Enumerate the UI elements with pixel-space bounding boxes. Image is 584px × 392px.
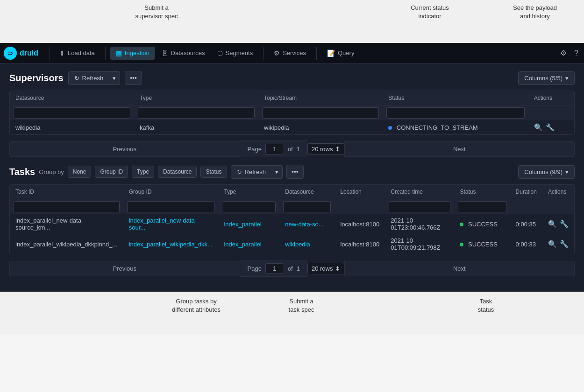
filter-group-id-input[interactable] [127,201,215,212]
top-annotations: Submit asupervisor spec Current statusin… [0,0,584,43]
nav-item-label: Segments [226,49,253,56]
task-wrench-icon-0[interactable]: 🔧 [560,220,569,228]
task-row-1: index_parallel_wikipedia_dkkpinnd_... in… [10,234,574,254]
tasks-section: Tasks Group by None Group ID Type Dataso… [9,165,575,277]
task-group-id-link-1[interactable]: index_parallel_wikipedia_dkk... [129,241,213,248]
col-header-type: Type [218,185,279,199]
refresh-icon: ↻ [74,75,79,82]
tasks-total-pages: 1 [297,265,300,272]
tasks-of-label: of [288,265,293,272]
nav-divider-3 [263,47,264,60]
status-dot-blue [388,126,392,130]
supervisors-table-container: Datasource Type Topic/Stream Status Acti… [9,91,575,135]
nav-item-load-data[interactable]: ⬆ Load data [54,47,100,60]
wrench-icon[interactable]: 🔧 [546,123,555,132]
refresh-dropdown-button[interactable]: ▾ [109,71,120,85]
nav-item-ingestion[interactable]: ▤ Ingestion [110,47,155,60]
filter-task-id-cell [10,199,123,215]
supervisors-page-input[interactable] [265,144,284,154]
tasks-header: Tasks Group by None Group ID Type Dataso… [9,165,575,179]
groupby-none-button[interactable]: None [68,166,92,178]
supervisors-more-button[interactable]: ••• [125,71,142,85]
col-header-datasource: Datasource [10,91,134,105]
filter-task-type-input[interactable] [222,201,276,212]
nav-item-query[interactable]: 📝 Query [321,47,360,60]
nav-item-services[interactable]: ⚙ Services [268,47,312,60]
filter-task-datasource-input[interactable] [283,201,331,212]
tasks-columns-button[interactable]: Columns (9/9) ▾ [518,165,575,179]
supervisor-actions-cell: 🔍 🔧 [534,123,569,132]
tasks-rows-select[interactable]: 20 rows ⬍ [307,263,344,274]
filter-task-status-input[interactable] [458,201,506,212]
task-datasource-link-1[interactable]: wikipedia [285,241,310,248]
task-status-1: SUCCESS [454,234,510,254]
groupby-groupid-button[interactable]: Group ID [95,166,128,178]
filter-topic-input[interactable] [262,107,379,119]
task-status-0: SUCCESS [454,214,510,234]
task-actions-cell-1: 🔍 🔧 [548,240,569,248]
nav-divider-2 [105,47,106,60]
task-view-icon-1[interactable]: 🔍 [548,240,557,248]
task-group-id-0: index_parallel_new-data-sour... [123,214,219,234]
task-location-0: localhost:8100 [335,214,385,234]
ann-task-status: Taskstatus [463,297,509,314]
col-header-created-time: Created time [385,185,454,199]
task-actions-0: 🔍 🔧 [542,214,574,234]
col-header-topic-stream: Topic/Stream [258,91,383,105]
refresh-label: Refresh [82,75,104,82]
task-row-0: index_parallel_new-data-source_km... ind… [10,214,574,234]
ann-payload-history: See the payloadand history [495,4,575,21]
supervisors-title: Supervisors [9,73,64,84]
chevron-down-icon: ▾ [113,75,116,82]
supervisors-columns-button[interactable]: Columns (5/5) ▾ [518,71,575,85]
task-type-link-0[interactable]: index_parallel [224,221,261,228]
groupby-type-button[interactable]: Type [132,166,154,178]
task-type-link-1[interactable]: index_parallel [224,241,261,248]
tasks-refresh-button[interactable]: ↻ Refresh [231,165,272,179]
supervisors-section: Supervisors ↻ Refresh ▾ ••• Columns (5/5… [9,71,575,157]
ann-group-tasks: Group tasks bydifferent attributes [154,297,238,314]
task-datasource-link-0[interactable]: new-data-so... [285,221,323,228]
filter-task-id-input[interactable] [14,201,120,212]
tasks-more-button[interactable]: ••• [286,165,304,179]
tasks-prev-button[interactable]: Previous [9,261,240,276]
supervisors-next-button[interactable]: Next [344,141,575,157]
supervisors-refresh-button[interactable]: ↻ Refresh [68,71,110,85]
tasks-next-button[interactable]: Next [344,261,575,276]
filter-type-input[interactable] [138,107,255,119]
view-icon[interactable]: 🔍 [534,123,543,132]
task-view-icon-0[interactable]: 🔍 [548,220,557,228]
col-header-status: Status [383,91,528,105]
col-header-type: Type [134,91,258,105]
task-group-id-link-0[interactable]: index_parallel_new-data-sour... [129,217,197,231]
help-icon[interactable]: ? [572,47,580,59]
supervisors-rows-select[interactable]: 20 rows ⬍ [307,143,344,155]
refresh-btn-group: ↻ Refresh ▾ [68,71,121,85]
filter-group-id-cell [123,199,219,215]
task-actions-1: 🔍 🔧 [542,234,574,254]
task-id-1: index_parallel_wikipedia_dkkpinnd_... [10,234,123,254]
nav-divider-1 [50,47,50,60]
settings-icon[interactable]: ⚙ [558,47,569,59]
tasks-pagination: Previous Page of 1 20 rows ⬍ Next [9,260,575,277]
nav-item-datasources[interactable]: 🗄 Datasources [156,47,211,60]
filter-created-time-input[interactable] [389,201,450,212]
task-duration-0: 0:00:35 [510,214,542,234]
nav-divider-4 [316,47,317,60]
rows-label: 20 rows [312,146,333,153]
supervisor-datasource: wikipedia [10,120,134,134]
tasks-page-input[interactable] [265,263,284,274]
filter-status-input[interactable] [386,107,525,119]
supervisors-prev-button[interactable]: Previous [9,141,240,157]
filter-task-datasource-cell [279,199,335,215]
groupby-status-button[interactable]: Status [200,166,227,178]
groupby-datasource-button[interactable]: Datasource [158,166,197,178]
ann-submit-supervisor: Submit asupervisor spec [119,4,194,21]
filter-datasource-input[interactable] [14,107,130,119]
tasks-columns-label: Columns (9/9) [524,168,563,175]
task-wrench-icon-1[interactable]: 🔧 [560,240,569,248]
filter-type-cell [134,105,258,121]
tasks-refresh-dropdown-button[interactable]: ▾ [271,165,283,179]
nav-item-segments[interactable]: ⬡ Segments [212,47,259,60]
filter-duration-cell [510,199,542,215]
